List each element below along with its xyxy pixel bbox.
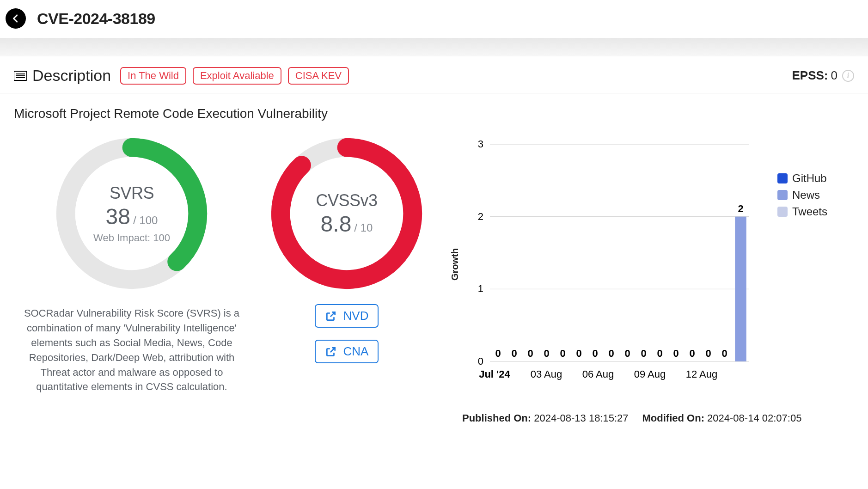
tag-in-the-wild[interactable]: In The Wild — [120, 67, 186, 85]
modified-date: Modified On: 2024-08-14 02:07:05 — [642, 412, 802, 424]
legend-swatch-github — [777, 173, 788, 183]
svg-text:0: 0 — [560, 348, 565, 359]
svg-text:0: 0 — [592, 348, 598, 359]
svg-text:0: 0 — [641, 348, 646, 359]
svg-text:0: 0 — [657, 348, 662, 359]
nvd-link-button[interactable]: NVD — [315, 304, 379, 328]
epss-label: EPSS: — [792, 68, 828, 83]
svg-text:0: 0 — [608, 348, 614, 359]
svrs-label: SVRS — [110, 183, 154, 203]
svg-text:0: 0 — [705, 348, 711, 359]
cve-id-title: CVE-2024-38189 — [37, 10, 155, 28]
vulnerability-name: Microsoft Project Remote Code Execution … — [0, 93, 868, 121]
svg-text:06 Aug: 06 Aug — [582, 368, 614, 380]
tag-exploit-available[interactable]: Exploit Avaliable — [193, 67, 281, 85]
external-link-icon — [325, 310, 337, 322]
legend-item: News — [777, 189, 827, 202]
cna-link-label: CNA — [343, 344, 369, 359]
legend-swatch-tweets — [777, 207, 788, 217]
cna-link-button[interactable]: CNA — [315, 340, 379, 363]
growth-chart: 01230000000000000002Jul '2403 Aug06 Aug0… — [462, 135, 758, 394]
svg-text:0: 0 — [511, 348, 517, 359]
info-icon[interactable]: i — [842, 70, 854, 82]
page-header: CVE-2024-38189 — [0, 0, 868, 38]
svg-text:0: 0 — [495, 348, 501, 359]
svg-text:0: 0 — [721, 348, 727, 359]
svg-text:2: 2 — [738, 203, 743, 214]
tag-cisa-kev[interactable]: CISA KEV — [288, 67, 349, 85]
svg-text:Jul '24: Jul '24 — [479, 368, 510, 380]
published-date: Published On: 2024-08-13 18:15:27 — [462, 412, 629, 424]
svrs-web-impact: Web Impact: 100 — [93, 232, 170, 244]
svg-text:0: 0 — [544, 348, 549, 359]
svrs-max: / 100 — [133, 214, 158, 227]
svrs-gauge: SVRS 38 / 100 Web Impact: 100 — [53, 135, 210, 292]
legend-label: Tweets — [792, 205, 827, 218]
legend-label: GitHub — [792, 172, 827, 185]
epss-value: 0 — [831, 68, 837, 83]
published-value: 2024-08-13 18:15:27 — [534, 412, 628, 424]
svg-text:03 Aug: 03 Aug — [531, 368, 562, 380]
epss-score: EPSS: 0 i — [792, 68, 855, 83]
svg-text:0: 0 — [576, 348, 581, 359]
cvss-max: / 10 — [354, 221, 373, 234]
chart-legend: GitHub News Tweets — [777, 172, 827, 222]
modified-value: 2024-08-14 02:07:05 — [707, 412, 801, 424]
description-header-row: Description In The Wild Exploit Avaliabl… — [0, 56, 868, 93]
published-label: Published On: — [462, 412, 531, 424]
svrs-value: 38 — [106, 204, 130, 229]
arrow-left-icon — [11, 13, 21, 24]
cvss-value: 8.8 — [321, 211, 352, 237]
back-button[interactable] — [6, 8, 26, 29]
section-title-description: Description — [32, 67, 111, 85]
svg-text:0: 0 — [689, 348, 695, 359]
svg-text:2: 2 — [478, 211, 483, 222]
cvss-label: CVSSv3 — [316, 191, 377, 210]
svg-text:1: 1 — [478, 283, 483, 294]
svg-rect-31 — [735, 217, 746, 361]
chart-y-axis-label: Growth — [450, 248, 460, 281]
legend-swatch-news — [777, 190, 788, 200]
modified-label: Modified On: — [642, 412, 704, 424]
svg-text:0: 0 — [478, 355, 483, 367]
svg-text:0: 0 — [624, 348, 630, 359]
svg-text:0: 0 — [673, 348, 679, 359]
cvss-gauge: CVSSv3 8.8 / 10 — [268, 135, 425, 292]
legend-item: Tweets — [777, 205, 827, 218]
nvd-link-label: NVD — [343, 309, 369, 323]
divider-bar — [0, 38, 868, 56]
list-icon — [14, 70, 27, 81]
svg-text:12 Aug: 12 Aug — [686, 368, 718, 380]
external-link-icon — [325, 346, 337, 358]
legend-label: News — [792, 189, 820, 202]
svg-text:0: 0 — [527, 348, 533, 359]
svg-text:3: 3 — [478, 138, 483, 150]
svg-text:09 Aug: 09 Aug — [634, 368, 666, 380]
legend-item: GitHub — [777, 172, 827, 185]
svrs-description: SOCRadar Vulnerability Risk Score (SVRS)… — [14, 306, 250, 394]
